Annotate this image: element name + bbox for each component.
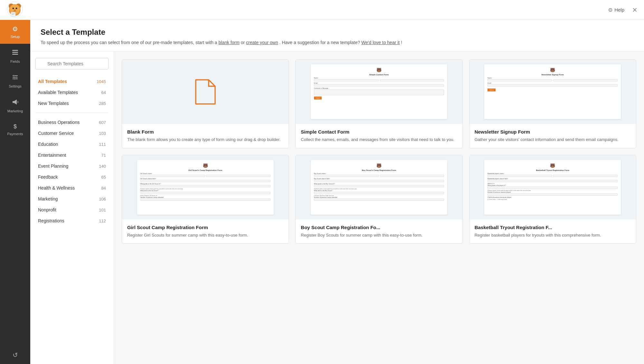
inner-layout: 🔍 All Templates 1045 Available Templates… bbox=[30, 51, 644, 364]
subtitle-end: ! bbox=[401, 40, 402, 45]
filter-available-count: 64 bbox=[101, 90, 106, 95]
template-preview-inner-contact: 🐻 Simple Contact Form Name * Email * Com… bbox=[311, 64, 447, 119]
preview-title-boyscout: Boy Scout's Camp Registration Form bbox=[314, 169, 444, 171]
search-input[interactable] bbox=[35, 58, 109, 70]
template-desc-newsletter: Gather your site visitors' contact infor… bbox=[475, 136, 631, 143]
filter-available-templates[interactable]: Available Templates 64 bbox=[35, 87, 109, 98]
category-marketing-label: Marketing bbox=[38, 196, 58, 201]
preview-title-newsletter: Newsletter Signup Form bbox=[488, 74, 618, 76]
logo-icon bbox=[6, 1, 23, 18]
preview-logo-newsletter: 🐻 bbox=[488, 68, 618, 72]
fields-icon bbox=[12, 49, 19, 58]
page-subtitle: To speed up the process you can select f… bbox=[41, 39, 634, 46]
category-customer[interactable]: Customer Service 103 bbox=[35, 128, 109, 139]
sidebar-item-marketing-label: Marketing bbox=[7, 109, 23, 113]
marketing-icon bbox=[12, 98, 19, 107]
template-name-girlscout: Girl Scout Camp Registration Form bbox=[127, 225, 283, 230]
sidebar-item-settings[interactable]: Settings bbox=[0, 69, 30, 93]
filter-sidebar: 🔍 All Templates 1045 Available Templates… bbox=[30, 51, 114, 364]
subtitle-prefix: To speed up the process you can select f… bbox=[41, 40, 219, 45]
category-health[interactable]: Health & Wellness 84 bbox=[35, 182, 109, 193]
svg-point-6 bbox=[16, 7, 17, 9]
template-card-basketball[interactable]: 🐻 Basketball Tryout Registration Form Ba… bbox=[469, 155, 636, 244]
page-header: Select a Template To speed up the proces… bbox=[30, 20, 644, 51]
filter-group: All Templates 1045 Available Templates 6… bbox=[35, 76, 109, 109]
template-preview-contact: 🐻 Simple Contact Form Name * Email * Com… bbox=[296, 60, 462, 124]
category-event-count: 140 bbox=[99, 164, 106, 169]
sidebar-item-setup-label: Setup bbox=[11, 35, 20, 39]
category-business[interactable]: Business Operations 607 bbox=[35, 117, 109, 128]
category-nonprofit-label: Nonprofit bbox=[38, 207, 56, 212]
sidebar-item-history[interactable]: ↺ bbox=[0, 346, 30, 364]
template-info-contact: Simple Contact Form Collect the names, e… bbox=[296, 124, 462, 148]
subtitle-suffix: . Have a suggestion for a new template? bbox=[279, 40, 361, 45]
svg-marker-21 bbox=[13, 99, 17, 105]
category-nonprofit-count: 101 bbox=[99, 208, 106, 212]
sidebar-item-setup[interactable]: ⚙ Setup bbox=[0, 20, 30, 44]
payments-icon: $ bbox=[14, 123, 17, 130]
subtitle-or: or bbox=[241, 40, 246, 45]
filter-new-templates[interactable]: New Templates 285 bbox=[35, 98, 109, 109]
topbar-logo bbox=[6, 1, 23, 19]
template-card-blank[interactable]: Blank Form The blank form allows you to … bbox=[122, 59, 289, 148]
help-circle-icon: ⊙ bbox=[608, 7, 612, 13]
blank-preview bbox=[194, 60, 217, 124]
help-button[interactable]: ⊙ Help bbox=[608, 7, 624, 13]
svg-point-19 bbox=[16, 77, 17, 78]
close-button[interactable]: ✕ bbox=[632, 6, 638, 14]
category-business-label: Business Operations bbox=[38, 120, 80, 125]
template-name-boyscout: Boy Scout Camp Registration Fo... bbox=[301, 225, 457, 230]
category-education-label: Education bbox=[38, 142, 58, 147]
sidebar-item-payments[interactable]: $ Payments bbox=[0, 118, 30, 141]
category-nonprofit[interactable]: Nonprofit 101 bbox=[35, 204, 109, 215]
template-name-contact: Simple Contact Form bbox=[301, 129, 457, 135]
template-card-contact[interactable]: 🐻 Simple Contact Form Name * Email * Com… bbox=[295, 59, 462, 148]
preview-logo-contact: 🐻 bbox=[314, 68, 444, 72]
create-own-link[interactable]: create your own bbox=[246, 40, 278, 45]
sidebar-item-fields[interactable]: Fields bbox=[0, 44, 30, 69]
preview-title-contact: Simple Contact Form bbox=[314, 74, 444, 76]
suggestion-link[interactable]: We'd love to hear it bbox=[361, 40, 400, 45]
category-registrations-label: Registrations bbox=[38, 218, 64, 223]
preview-title-girlscout: Girl Scout's Camp Registration Form bbox=[140, 169, 270, 171]
template-card-newsletter[interactable]: 🐻 Newsletter Signup Form Name * Email * bbox=[469, 59, 636, 148]
template-preview-inner-boyscout: 🐻 Boy Scout's Camp Registration Form Boy… bbox=[311, 160, 447, 215]
category-registrations-count: 112 bbox=[99, 219, 106, 223]
sidebar-item-fields-label: Fields bbox=[10, 60, 20, 63]
category-marketing[interactable]: Marketing 106 bbox=[35, 193, 109, 204]
category-customer-label: Customer Service bbox=[38, 131, 74, 136]
category-registrations[interactable]: Registrations 112 bbox=[35, 215, 109, 226]
template-card-boyscout[interactable]: 🐻 Boy Scout's Camp Registration Form Boy… bbox=[295, 155, 462, 244]
category-entertainment[interactable]: Entertainment 71 bbox=[35, 150, 109, 161]
template-desc-basketball: Register basketball players for tryouts … bbox=[475, 232, 631, 238]
template-preview-boyscout: 🐻 Boy Scout's Camp Registration Form Boy… bbox=[296, 155, 462, 219]
blank-doc-icon bbox=[194, 78, 217, 106]
template-info-girlscout: Girl Scout Camp Registration Form Regist… bbox=[122, 219, 289, 244]
template-preview-newsletter: 🐻 Newsletter Signup Form Name * Email * bbox=[469, 60, 636, 124]
category-event[interactable]: Event Planning 140 bbox=[35, 161, 109, 172]
svg-point-5 bbox=[13, 7, 14, 9]
template-desc-boyscout: Register Boy Scouts for summer camp with… bbox=[301, 232, 457, 238]
category-feedback[interactable]: Feedback 65 bbox=[35, 172, 109, 182]
category-education[interactable]: Education 111 bbox=[35, 139, 109, 150]
filter-available-label: Available Templates bbox=[38, 90, 78, 95]
template-grid-area: Blank Form The blank form allows you to … bbox=[114, 51, 644, 364]
template-info-basketball: Basketball Tryout Registration F... Regi… bbox=[469, 219, 636, 244]
svg-rect-13 bbox=[12, 52, 18, 53]
left-nav: ⚙ Setup Fields bbox=[0, 20, 30, 364]
help-label: Help bbox=[614, 7, 624, 13]
category-marketing-count: 106 bbox=[99, 197, 106, 201]
blank-form-link[interactable]: blank form bbox=[219, 40, 240, 45]
svg-point-20 bbox=[14, 78, 15, 79]
template-card-girlscout[interactable]: 🐻 Girl Scout's Camp Registration Form Gi… bbox=[122, 155, 289, 244]
template-preview-inner-girlscout: 🐻 Girl Scout's Camp Registration Form Gi… bbox=[137, 160, 274, 215]
sidebar-item-marketing[interactable]: Marketing bbox=[0, 93, 30, 118]
filter-all-templates[interactable]: All Templates 1045 bbox=[35, 76, 109, 87]
template-preview-inner-newsletter: 🐻 Newsletter Signup Form Name * Email * bbox=[484, 64, 621, 119]
svg-point-18 bbox=[13, 75, 14, 76]
template-desc-contact: Collect the names, emails, and messages … bbox=[301, 136, 457, 143]
template-name-newsletter: Newsletter Signup Form bbox=[475, 129, 631, 135]
category-event-label: Event Planning bbox=[38, 163, 68, 169]
filter-new-count: 285 bbox=[99, 101, 106, 106]
category-feedback-label: Feedback bbox=[38, 174, 58, 180]
